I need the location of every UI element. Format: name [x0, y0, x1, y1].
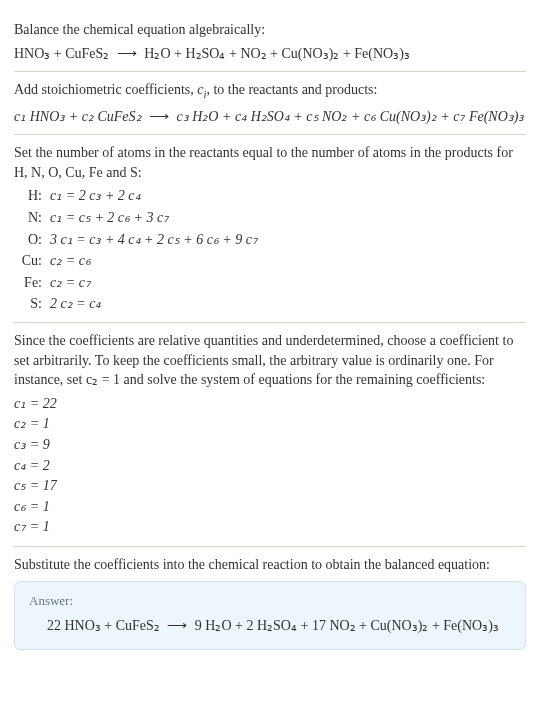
balanced-equation: 22 HNO₃ + CuFeS₂ ⟶ 9 H₂O + 2 H₂SO₄ + 17 … — [29, 616, 511, 636]
coeff-value: c₅ = 17 — [14, 476, 526, 496]
substitute-label: Substitute the coefficients into the che… — [14, 555, 526, 575]
coeff-list: c₁ = 22 c₂ = 1 c₃ = 9 c₄ = 2 c₅ = 17 c₆ … — [14, 394, 526, 537]
coeff-eq-lhs: c₁ HNO₃ + c₂ CuFeS₂ — [14, 109, 142, 124]
atom-equation: c₁ = 2 c₃ + 2 c₄ — [50, 186, 526, 206]
atom-equation: c₂ = c₇ — [50, 273, 526, 293]
label-part-b: , to the reactants and products: — [206, 82, 377, 97]
unbalanced-equation: HNO₃ + CuFeS₂ ⟶ H₂O + H₂SO₄ + NO₂ + Cu(N… — [14, 44, 526, 64]
atom-equation: c₁ = c₅ + 2 c₆ + 3 c₇ — [50, 208, 526, 228]
eq-lhs: HNO₃ + CuFeS₂ — [14, 46, 109, 61]
atom-eq-label: Set the number of atoms in the reactants… — [14, 143, 526, 182]
atom-element: Cu: — [14, 251, 42, 271]
atom-element: S: — [14, 294, 42, 314]
coeff-value: c₆ = 1 — [14, 497, 526, 517]
coeff-value: c₄ = 2 — [14, 456, 526, 476]
section-substitute: Substitute the coefficients into the che… — [14, 547, 526, 658]
atom-element: Fe: — [14, 273, 42, 293]
coeff-equation: c₁ HNO₃ + c₂ CuFeS₂ ⟶ c₃ H₂O + c₄ H₂SO₄ … — [14, 107, 526, 127]
balance-label: Balance the chemical equation algebraica… — [14, 20, 526, 40]
atom-equation-grid: H: c₁ = 2 c₃ + 2 c₄ N: c₁ = c₅ + 2 c₆ + … — [14, 186, 526, 314]
eq-rhs: H₂O + H₂SO₄ + NO₂ + Cu(NO₃)₂ + Fe(NO₃)₃ — [144, 46, 409, 61]
section-solve-coeffs: Since the coefficients are relative quan… — [14, 323, 526, 546]
arrow-icon: ⟶ — [149, 109, 169, 124]
label-part-a: Add stoichiometric coefficients, — [14, 82, 197, 97]
section-add-coeffs: Add stoichiometric coefficients, ci, to … — [14, 72, 526, 134]
atom-equation: 2 c₂ = c₄ — [50, 294, 526, 314]
atom-equation: 3 c₁ = c₃ + 4 c₄ + 2 c₅ + 6 c₆ + 9 c₇ — [50, 230, 526, 250]
section-balance-intro: Balance the chemical equation algebraica… — [14, 12, 526, 71]
arrow-icon: ⟶ — [167, 618, 187, 633]
solve-coeffs-label: Since the coefficients are relative quan… — [14, 331, 526, 390]
answer-rhs: 9 H₂O + 2 H₂SO₄ + 17 NO₂ + Cu(NO₃)₂ + Fe… — [195, 618, 499, 633]
coeff-value: c₂ = 1 — [14, 414, 526, 434]
add-coeffs-label: Add stoichiometric coefficients, ci, to … — [14, 80, 526, 102]
section-atom-equations: Set the number of atoms in the reactants… — [14, 135, 526, 322]
atom-element: H: — [14, 186, 42, 206]
atom-element: O: — [14, 230, 42, 250]
coeff-value: c₇ = 1 — [14, 517, 526, 537]
answer-box: Answer: 22 HNO₃ + CuFeS₂ ⟶ 9 H₂O + 2 H₂S… — [14, 581, 526, 651]
answer-label: Answer: — [29, 592, 511, 610]
coeff-eq-rhs: c₃ H₂O + c₄ H₂SO₄ + c₅ NO₂ + c₆ Cu(NO₃)₂… — [177, 109, 525, 124]
coeff-value: c₁ = 22 — [14, 394, 526, 414]
atom-equation: c₂ = c₆ — [50, 251, 526, 271]
atom-element: N: — [14, 208, 42, 228]
arrow-icon: ⟶ — [117, 46, 137, 61]
answer-lhs: 22 HNO₃ + CuFeS₂ — [47, 618, 160, 633]
coeff-value: c₃ = 9 — [14, 435, 526, 455]
